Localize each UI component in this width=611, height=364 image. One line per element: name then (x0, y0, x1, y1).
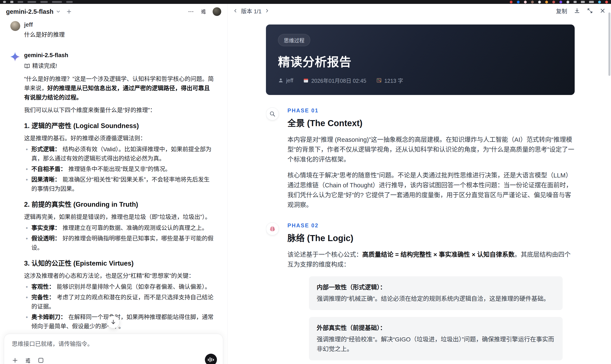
person-icon (278, 78, 284, 83)
copy-button[interactable]: 复制 (556, 7, 567, 15)
waveform-icon (213, 359, 214, 361)
menubar-menu-item[interactable] (52, 1, 62, 3)
version-prev-button[interactable] (233, 8, 238, 13)
meta-date-text: 2026年01月08日 02:45 (311, 77, 366, 84)
chevron-right-icon (265, 8, 269, 13)
meta-author-text: jeff (286, 77, 293, 84)
list-item: 不自相矛盾：推理链条中不能出现“既是又非”的情况。 (24, 165, 214, 174)
meta-word-count: 1213 字 (376, 77, 403, 84)
paragraph-bold-text: 好的推理是从已知信息出发，通过严密的逻辑路径，得出可靠且有说服力结论的过程。 (24, 85, 210, 101)
menubar-system-icon[interactable] (574, 1, 577, 3)
phase-label: PHASE 02 (287, 222, 575, 229)
voice-input-button[interactable] (205, 354, 217, 364)
scroll-to-bottom-button[interactable] (107, 316, 120, 328)
menubar-app-icon[interactable] (517, 1, 520, 3)
apple-menu-icon[interactable] (3, 1, 6, 3)
phase-paragraph: 本内容是对“推理 (Reasoning)”这一抽象概念的高层建模。在知识爆炸与人… (287, 135, 575, 164)
report-header: 思维过程 精读分析报告 jeff 2026年01月08日 02:45 1213 … (266, 25, 575, 95)
new-chat-button[interactable] (66, 9, 72, 15)
bullet-list: 形式逻辑：结构必须有效（Valid）。比如演绎推理中，如果前提全部为真，那么通过… (24, 145, 214, 194)
menubar-system-icon[interactable] (598, 1, 601, 3)
artifact-document[interactable]: 思维过程 精读分析报告 jeff 2026年01月08日 02:45 1213 … (266, 18, 575, 364)
assistant-status: 精读完成! (24, 62, 214, 71)
paragraph-text: 该论述基于一个核心公式： (287, 251, 362, 258)
phase-paragraph: 核心情境在于解决“思考的随意性”问题。不论是人类通过批判性思维进行决策，还是大语… (287, 170, 575, 210)
download-button[interactable] (574, 8, 580, 14)
ellipsis-icon (188, 8, 194, 15)
menubar-menu-item[interactable] (18, 1, 23, 3)
section-intro: 这是推理的基石。好的推理必须遵循逻辑法则： (24, 134, 214, 143)
list-item: 事实支撑：推理建立在可靠的数据、准确的观测或公认的真理之上。 (24, 223, 214, 233)
menubar-app-icon[interactable] (510, 1, 513, 3)
bullet-text: 考虑了对立的观点和潜在的反证，而不是只选择支持自己结论的证据。 (31, 294, 213, 310)
menubar-app-icon[interactable] (559, 1, 562, 3)
expand-button[interactable] (587, 8, 593, 14)
menubar-app-icon[interactable] (538, 1, 541, 3)
logic-card: 外部真实性（前提基础）： 强调推理的“经验校准”。解决“GIGO（垃圾进，垃圾出… (309, 317, 563, 360)
bullet-term: 假设透明： (31, 235, 60, 242)
wifi-icon[interactable] (581, 1, 585, 3)
arrow-down-icon (110, 319, 116, 325)
brain-icon (266, 222, 279, 235)
menubar-app-icon[interactable] (10, 1, 13, 3)
list-item: 客观性：能够识别并尽量排除个人偏见（如幸存者偏差、确认偏差）。 (24, 282, 214, 292)
section-intro: 这涉及推理者的心态和方法论，也是区分“杠精”和“思想家”的关键： (24, 271, 214, 281)
logic-card: 内部一致性（形式逻辑）： 强调推理的“机械正确”。结论必须在给定的规则系统内逻辑… (309, 276, 563, 310)
composer-input[interactable]: 思维接口已就绪，请传输指令。 (12, 340, 215, 348)
chevron-down-icon (56, 9, 61, 14)
menubar-app-icon[interactable] (552, 1, 555, 3)
menubar-app-icon[interactable] (531, 1, 534, 3)
meta-word-count-text: 1213 字 (385, 77, 403, 84)
canvas-button[interactable] (38, 357, 44, 364)
artifact-toolbar: 版本 1/1 复制 (228, 4, 611, 18)
close-button[interactable] (600, 8, 605, 13)
report-badge: 思维过程 (278, 34, 310, 46)
list-item: 假设透明：好的推理会明确指明哪些是已知事实，哪些是基于可能的假设。 (24, 234, 214, 252)
attach-button[interactable] (12, 357, 18, 364)
meta-author: jeff (278, 77, 293, 84)
bullet-term: 不自相矛盾： (31, 166, 66, 172)
menubar-menu-item[interactable] (40, 1, 48, 3)
section-intro: 逻辑再完美，如果前提是错误的，推理也是垃圾（即“垃圾进，垃圾出”）。 (24, 212, 214, 222)
calendar-icon (303, 78, 309, 83)
waveform-icon (210, 357, 211, 362)
menubar-system-icon[interactable] (605, 1, 608, 3)
abacus-icon (376, 78, 382, 83)
user-avatar (10, 21, 20, 31)
expand-icon (587, 8, 593, 14)
model-selector[interactable]: gemini-2.5-flash (6, 8, 61, 15)
phase-section-2: PHASE 02 脉络 (The Logic) 该论述基于一个核心公式：高质量结… (266, 222, 575, 364)
artifact-panel: 版本 1/1 复制 思维过程 精读分析报告 jeff (228, 4, 611, 364)
card-title: 外部真实性（前提基础）： (317, 323, 555, 333)
report-title: 精读分析报告 (278, 52, 563, 70)
frame-icon (38, 357, 44, 364)
chat-more-button[interactable] (188, 8, 194, 15)
menubar-app-icon[interactable] (545, 1, 548, 3)
window-scrollbar[interactable] (608, 13, 610, 76)
menubar (0, 0, 611, 4)
version-next-button[interactable] (265, 8, 269, 13)
phase-title: 脉络 (The Logic) (287, 231, 575, 244)
section-heading: 2. 前提的真实性 (Grounding in Truth) (24, 200, 214, 209)
menubar-menu-item[interactable] (66, 1, 73, 3)
gemini-sparkle-icon (10, 52, 20, 62)
section-heading: 1. 逻辑的严密性 (Logical Soundness) (24, 121, 214, 130)
bullet-text: 推理链条中不能出现“既是又非”的情况。 (68, 166, 171, 172)
section-heading: 3. 认知的公正性 (Epistemic Virtues) (24, 259, 214, 268)
bullet-term: 事实支撑： (31, 225, 60, 231)
bullet-term: 客观性： (31, 284, 55, 290)
chat-settings-button[interactable] (200, 8, 207, 15)
paragraph-bold-text: 高质量结论 = 结构完整性 × 事实准确性 × 认知自律系数 (362, 251, 515, 258)
account-avatar[interactable] (213, 7, 221, 16)
bullet-text: 推理建立在可靠的数据、准确的观测或公认的真理之上。 (63, 225, 208, 231)
assistant-status-text: 精读完成! (32, 62, 57, 71)
menubar-app-icon[interactable] (524, 1, 527, 3)
composer-settings-button[interactable] (25, 357, 31, 364)
chat-message-list[interactable]: jeff 什么是好的推理 gemini-2.5-flash 精读完成! (0, 19, 227, 364)
close-icon (600, 8, 605, 13)
chevron-left-icon (233, 8, 238, 13)
battery-icon[interactable] (589, 1, 594, 3)
menubar-menu-item[interactable] (27, 1, 36, 3)
menubar-app-icon[interactable] (567, 1, 569, 3)
report-meta: jeff 2026年01月08日 02:45 1213 字 (278, 77, 563, 84)
